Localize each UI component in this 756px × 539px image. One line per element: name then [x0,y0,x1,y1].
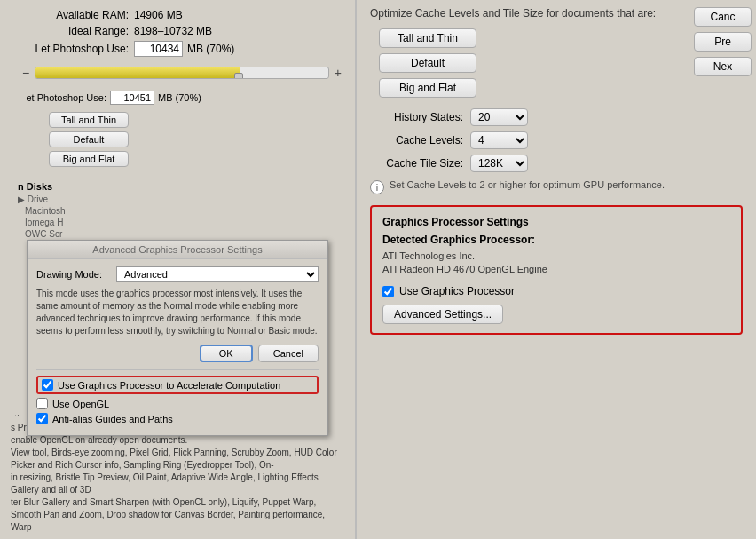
scratch-iomega: Iomega H [25,218,342,227]
agps-ok-btn[interactable]: OK [200,345,253,362]
slider-plus-icon[interactable]: + [335,66,342,80]
let-photoshop-use-suffix: MB (70%) [187,43,234,55]
cancel-button[interactable]: Canc [694,7,752,27]
use-row-suffix: MB (70%) [158,92,201,103]
next-button[interactable]: Nex [694,57,752,76]
agps-description: This mode uses the graphics processor mo… [36,288,319,337]
scratch-drive: ▶ Drive [18,194,342,204]
doc-type-buttons: Tall and Thin Default Big and Flat [379,28,743,98]
left-tall-thin-btn[interactable]: Tall and Thin [49,112,129,128]
let-photoshop-use-label: Let Photoshop Use: [13,43,129,55]
gpu-hint-text: Set Cache Levels to 2 or higher for opti… [390,179,665,190]
use-opengl-row[interactable]: Use OpenGL [36,398,319,409]
prev-button[interactable]: Pre [694,32,752,52]
use-graphics-processor-gps-label: Use Graphics Processor [399,285,515,297]
use-row-input[interactable] [110,91,154,105]
use-opengl-checkbox[interactable] [36,398,48,409]
desc-line2: View tool, Birds-eye zooming, Pixel Grid… [11,447,344,472]
gps-box: Graphics Processor Settings Detected Gra… [370,205,743,336]
anti-alias-row[interactable]: Anti-alias Guides and Paths [36,413,319,424]
use-graphics-processor-checkbox[interactable] [42,379,53,391]
drawing-mode-label: Drawing Mode: [36,269,116,280]
use-graphics-processor-label: Use Graphics Processor to Accelerate Com… [58,380,280,391]
slider-minus-icon[interactable]: − [22,66,29,80]
drawing-mode-select[interactable]: Advanced [116,266,319,282]
let-photoshop-use-input[interactable] [134,41,183,57]
desc-line4: ter Blur Gallery and Smart Sharpen (with… [11,496,344,521]
gps-detected-label: Detected Graphics Processor: [382,234,730,246]
scratch-owc: OWC Scr [25,229,342,239]
cache-levels-select[interactable]: 4 [470,131,528,149]
anti-alias-label: Anti-alias Guides and Paths [52,414,173,424]
agps-dialog-title: Advanced Graphics Processor Settings [28,241,327,259]
scratch-macintosh: Macintosh [25,206,342,216]
agps-dialog: Advanced Graphics Processor Settings Dra… [27,240,328,436]
available-ram-value: 14906 MB [134,9,183,21]
slider-thumb[interactable] [234,73,243,79]
desc-line5: Warp [11,521,344,534]
left-cache-buttons: Tall and Thin Default Big and Flat [49,112,129,167]
left-big-flat-btn[interactable]: Big and Flat [49,151,129,167]
action-buttons: Canc Pre Nex [694,7,752,76]
info-icon: i [370,180,384,194]
memory-slider[interactable] [35,67,329,79]
history-states-label: History States: [370,111,463,123]
anti-alias-checkbox[interactable] [36,413,48,424]
gps-box-title: Graphics Processor Settings [382,216,730,228]
ideal-range-value: 8198–10732 MB [134,25,212,37]
use-graphics-processor-gps-row[interactable]: Use Graphics Processor [382,285,730,297]
use-graphics-processor-gps-checkbox[interactable] [382,286,394,297]
tall-thin-btn[interactable]: Tall and Thin [379,28,476,48]
desc-line3: in resizing, Bristle Tip Preview, Oil Pa… [11,472,344,496]
gps-advanced-settings-btn[interactable]: Advanced Settings... [382,305,503,324]
history-states-select[interactable]: 20 [470,108,528,126]
cache-levels-label: Cache Levels: [370,134,463,147]
left-default-btn[interactable]: Default [49,131,129,147]
default-btn[interactable]: Default [379,53,476,73]
available-ram-label: Available RAM: [13,9,129,21]
gps-detected-value: ATI Technologies Inc. ATI Radeon HD 4670… [382,250,730,277]
big-flat-btn[interactable]: Big and Flat [379,78,476,98]
use-opengl-label: Use OpenGL [52,399,109,409]
ideal-range-label: Ideal Range: [13,25,129,37]
gps-detected-line1: ATI Technologies Inc. [382,250,730,263]
slider-fill [35,67,240,78]
scratch-disks-title: n Disks [18,181,342,192]
gpu-hint-row: i Set Cache Levels to 2 or higher for op… [370,179,743,194]
use-row-label: et Photoshop Use: [18,92,106,103]
agps-divider [36,369,319,370]
agps-cancel-btn[interactable]: Cancel [258,345,319,362]
cache-tile-size-label: Cache Tile Size: [370,157,463,170]
optimize-title: Optimize Cache Levels and Tile Size for … [370,7,743,21]
use-graphics-processor-row[interactable]: Use Graphics Processor to Accelerate Com… [36,376,319,394]
cache-tile-size-select[interactable]: 128K [470,155,528,172]
gps-detected-line2: ATI Radeon HD 4670 OpenGL Engine [382,263,730,276]
